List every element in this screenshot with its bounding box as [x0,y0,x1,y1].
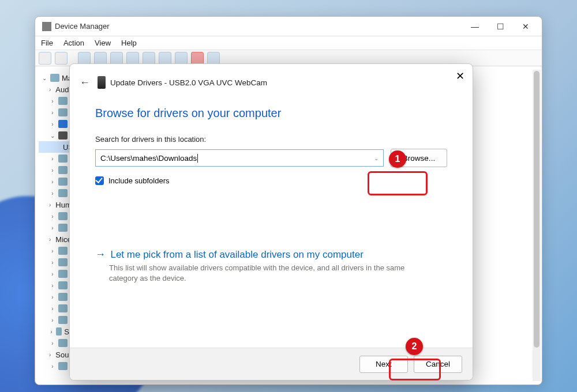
include-subfolders-label: Include subfolders [108,176,170,185]
toolbar-icon[interactable] [207,52,220,65]
close-button[interactable]: ✕ [513,18,538,35]
menu-file[interactable]: File [41,39,53,47]
scrollbar[interactable] [533,70,541,381]
titlebar[interactable]: Device Manager — ☐ ✕ [35,17,542,36]
uninstall-icon[interactable] [175,52,188,65]
disable-icon[interactable] [191,52,204,65]
dialog-close-button[interactable]: ✕ [456,70,464,82]
app-icon [42,22,51,31]
update-drivers-dialog: ← Update Drivers - USB2.0 VGA UVC WebCam… [69,63,473,380]
back-arrow-icon[interactable]: ← [78,77,92,89]
annotation-badge-1: 1 [389,150,406,168]
next-button[interactable]: Next [359,356,408,373]
search-location-label: Search for drivers in this location: [95,135,206,144]
annotation-badge-2: 2 [406,338,423,355]
pick-from-list-option[interactable]: → Let me pick from a list of available d… [95,248,447,283]
maximize-button[interactable]: ☐ [488,18,513,35]
arrow-right-icon: → [95,248,108,261]
menu-action[interactable]: Action [63,39,84,47]
scrollbar-thumb[interactable] [534,71,539,348]
help-icon[interactable] [110,52,123,65]
menubar: File Action View Help [35,36,542,50]
path-combobox[interactable]: C:\Users\mahes\Downloads ⌄ [95,149,384,167]
cancel-button[interactable]: Cancel [414,356,462,373]
pick-from-list-link[interactable]: Let me pick from a list of available dri… [110,249,363,260]
minimize-button[interactable]: — [462,18,488,35]
toolbar-icon[interactable] [126,52,139,65]
menu-help[interactable]: Help [121,39,137,47]
toolbar-icon[interactable] [78,52,91,65]
chevron-down-icon[interactable]: ⌄ [374,155,379,161]
forward-icon[interactable] [55,52,68,65]
window-title: Device Manager [55,22,110,31]
toolbar-icon[interactable] [94,52,107,65]
scan-icon[interactable] [143,52,155,65]
dialog-heading: Browse for drivers on your computer [95,107,447,120]
path-value: C:\Users\mahes\Downloads [100,154,197,163]
menu-view[interactable]: View [95,39,111,47]
device-icon [98,76,106,89]
include-subfolders-checkbox[interactable] [95,176,104,185]
pick-from-list-desc: This list will show available drivers co… [109,263,415,283]
back-icon[interactable] [39,52,51,65]
update-icon[interactable] [159,52,171,65]
dialog-title: Update Drivers - USB2.0 VGA UVC WebCam [110,78,267,87]
